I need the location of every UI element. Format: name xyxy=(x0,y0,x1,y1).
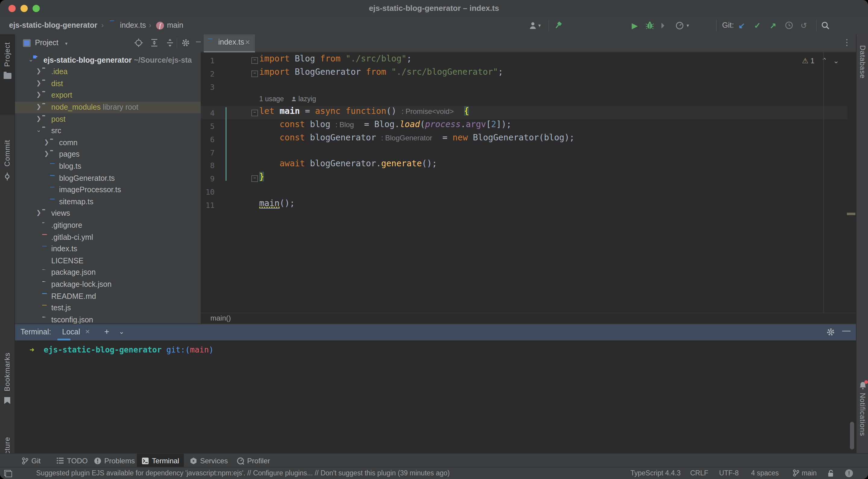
run-button[interactable]: ▶ xyxy=(632,21,638,30)
tool-window-layout-icon[interactable] xyxy=(4,470,12,477)
sidebar-item-project[interactable]: Project xyxy=(0,34,14,115)
status-branch[interactable]: main xyxy=(802,469,817,477)
project-panel-title[interactable]: Project xyxy=(35,38,59,47)
chevron-down-icon[interactable]: ⌄ xyxy=(119,328,124,336)
tree-item-.gitignore[interactable]: .gitignore xyxy=(15,220,201,232)
tree-item-node_modules[interactable]: ❯node_modules library root xyxy=(15,102,201,114)
git-push-icon[interactable]: ↗ xyxy=(770,21,776,30)
run-with-coverage-icon[interactable]: ⏵ xyxy=(661,21,664,31)
chevron-collapsed-icon[interactable]: ❯ xyxy=(36,115,41,121)
unlock-icon[interactable] xyxy=(827,469,834,477)
breadcrumb-main[interactable]: main() xyxy=(210,314,231,322)
inlay-usages-author[interactable]: 1 usagelazyig xyxy=(259,96,316,103)
tree-item-sitemap.ts[interactable]: TSsitemap.ts xyxy=(15,196,201,208)
editor-options-icon[interactable]: ⋮ xyxy=(843,37,851,47)
code-editor[interactable]: 1−2−34−56789−1011 import Blog from "./sr… xyxy=(201,52,856,313)
tree-item-pages[interactable]: ❯pages xyxy=(15,149,201,161)
expand-all-icon[interactable] xyxy=(150,38,158,47)
toolwindow-button-problems[interactable]: Problems xyxy=(89,454,140,468)
tree-item-imageProcessor.ts[interactable]: TSimageProcessor.ts xyxy=(15,184,201,196)
tree-item-comn[interactable]: ❯comn xyxy=(15,137,201,149)
tree-item-views[interactable]: ❯views xyxy=(15,208,201,220)
profiler-run-icon[interactable] xyxy=(675,21,684,30)
editor-scrollbar-track[interactable] xyxy=(824,52,824,313)
tree-item-test.js[interactable]: JStest.js xyxy=(15,302,201,314)
sidebar-item-database[interactable]: Database xyxy=(857,45,868,99)
tree-item-dist[interactable]: ❯dist xyxy=(15,78,201,90)
next-warning-icon[interactable]: ⌄ xyxy=(833,57,839,65)
tree-item-package-lock.json[interactable]: {}package-lock.json xyxy=(15,279,201,291)
hide-terminal-icon[interactable]: — xyxy=(842,325,850,335)
search-everywhere-icon[interactable] xyxy=(821,21,830,30)
new-terminal-session-icon[interactable]: + xyxy=(104,326,109,336)
fold-marker-icon[interactable]: − xyxy=(251,70,258,77)
terminal-scrollbar-thumb[interactable] xyxy=(850,422,854,449)
fold-marker-icon[interactable]: − xyxy=(251,57,258,64)
select-opened-file-icon[interactable] xyxy=(134,38,143,47)
fold-marker-icon[interactable]: − xyxy=(251,175,258,182)
tree-item-blogGenerator.ts[interactable]: TSblogGenerator.ts xyxy=(15,172,201,184)
toolwindow-button-services[interactable]: Services xyxy=(185,454,233,468)
status-indent[interactable]: 4 spaces xyxy=(751,469,779,477)
tree-item-tsconfig.json[interactable]: {}tsconfig.json xyxy=(15,314,201,324)
usages-hint[interactable]: 1 usage xyxy=(259,96,284,103)
breadcrumb-project[interactable]: ejs-static-blog-generator xyxy=(9,21,97,30)
chevron-collapsed-icon[interactable]: ❯ xyxy=(36,79,41,86)
status-message[interactable]: Suggested plugin EJS available for depen… xyxy=(36,469,450,477)
tree-item-export[interactable]: ❯export xyxy=(15,90,201,102)
rollback-icon[interactable]: ↺ xyxy=(801,21,807,30)
chevron-collapsed-icon[interactable]: ❯ xyxy=(36,210,41,216)
inspection-widget[interactable]: ⚠ 1 ⌃ ⌄ xyxy=(802,57,839,67)
status-encoding[interactable]: UTF-8 xyxy=(719,469,739,477)
toolwindow-button-terminal[interactable]: Terminal xyxy=(137,454,184,468)
tab-index-ts[interactable]: TS index.ts ✕ xyxy=(204,34,255,53)
warning-stripe-mark[interactable] xyxy=(847,213,855,215)
tree-item-post[interactable]: ❯post xyxy=(15,114,201,125)
history-clock-icon[interactable] xyxy=(785,21,793,30)
tree-item-ejs-static-blog-generator[interactable]: ⌄ejs-static-blog-generator ~/Source/ejs-… xyxy=(15,55,201,66)
toolwindow-button-todo[interactable]: TODO xyxy=(52,454,93,468)
sidebar-item-notifications[interactable]: Notifications xyxy=(857,381,868,454)
user-profile-icon[interactable] xyxy=(529,21,538,30)
tree-item-README.md[interactable]: MDREADME.md xyxy=(15,291,201,302)
git-update-icon[interactable]: ↙ xyxy=(738,21,745,30)
chevron-expanded-icon[interactable]: ⌄ xyxy=(28,56,33,62)
debug-button[interactable] xyxy=(645,21,655,30)
build-hammer-icon[interactable] xyxy=(553,21,563,30)
terminal-output[interactable]: ➜ ejs-static-blog-generator git:(main) xyxy=(15,340,856,453)
tree-item-LICENSE[interactable]: LICENSE xyxy=(15,255,201,267)
close-tab-icon[interactable]: ✕ xyxy=(245,38,250,46)
tree-item-src[interactable]: ⌄src xyxy=(15,125,201,137)
tree-item-.idea[interactable]: ❯.idea xyxy=(15,66,201,78)
tree-item-label: blogGenerator.ts xyxy=(59,174,115,182)
chevron-collapsed-icon[interactable]: ❯ xyxy=(36,91,41,98)
status-line-ending[interactable]: CRLF xyxy=(690,469,708,477)
chevron-down-icon[interactable]: ▾ xyxy=(65,41,67,46)
chevron-collapsed-icon[interactable]: ❯ xyxy=(36,103,41,110)
sidebar-item-commit[interactable]: Commit xyxy=(0,140,14,212)
tree-item-.gitlab-ci.yml[interactable]: YML.gitlab-ci.yml xyxy=(15,232,201,244)
status-file-type[interactable]: TypeScript 4.4.3 xyxy=(630,469,681,477)
chevron-collapsed-icon[interactable]: ❯ xyxy=(44,150,49,157)
tree-item-label: package-lock.json xyxy=(51,280,112,289)
collapse-all-icon[interactable] xyxy=(166,38,174,47)
toolwindow-button-git[interactable]: Git xyxy=(17,454,45,468)
chevron-expanded-icon[interactable]: ⌄ xyxy=(36,127,41,133)
prev-warning-icon[interactable]: ⌃ xyxy=(821,57,827,65)
terminal-settings-gear-icon[interactable] xyxy=(827,328,835,336)
tree-item-blog.ts[interactable]: TSblog.ts xyxy=(15,161,201,172)
breadcrumb-file[interactable]: index.ts xyxy=(120,21,146,30)
tree-item-package.json[interactable]: {}package.json xyxy=(15,267,201,279)
toolwindow-button-profiler[interactable]: Profiler xyxy=(232,454,275,468)
chevron-collapsed-icon[interactable]: ❯ xyxy=(36,67,41,74)
git-commit-icon[interactable]: ✓ xyxy=(754,21,761,30)
close-terminal-tab-icon[interactable]: ✕ xyxy=(85,328,90,335)
sidebar-item-bookmarks[interactable]: Bookmarks xyxy=(0,352,14,431)
event-log-icon[interactable]: ! xyxy=(845,469,853,477)
breadcrumb-symbol[interactable]: main xyxy=(167,21,183,30)
editor-breadcrumbs[interactable]: main() xyxy=(201,313,856,324)
tree-item-index.ts[interactable]: TSindex.ts xyxy=(15,244,201,255)
gear-icon[interactable] xyxy=(181,38,190,47)
fold-marker-icon[interactable]: − xyxy=(251,110,258,116)
chevron-collapsed-icon[interactable]: ❯ xyxy=(44,138,49,145)
